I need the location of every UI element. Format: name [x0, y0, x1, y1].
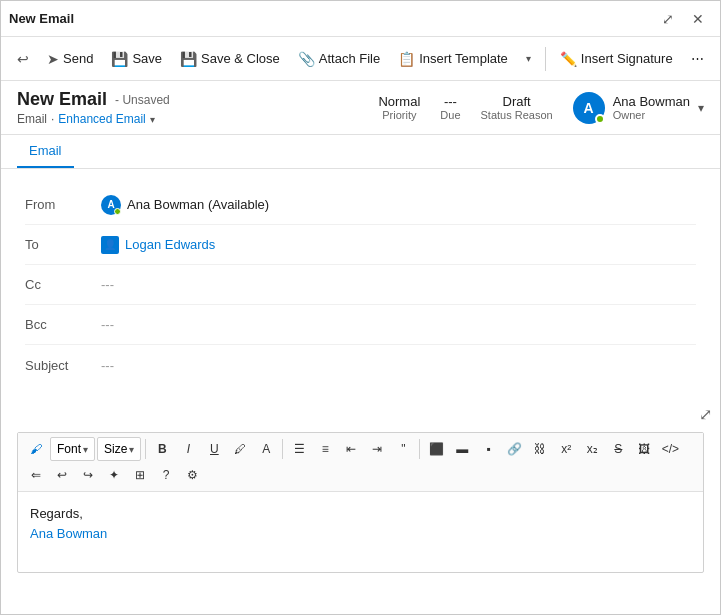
- due-value: ---: [444, 94, 457, 109]
- save-button[interactable]: 💾 Save: [103, 47, 170, 71]
- format-painter-button[interactable]: 🖌: [24, 437, 48, 461]
- send-button[interactable]: ➤ Send: [39, 47, 101, 71]
- size-label: Size: [104, 442, 127, 456]
- bullet-list-button[interactable]: ☰: [287, 437, 311, 461]
- indent-button[interactable]: ⇥: [365, 437, 389, 461]
- outdent-button[interactable]: ⇤: [339, 437, 363, 461]
- rte-content[interactable]: Regards, Ana Bowman: [18, 492, 703, 572]
- save-icon: 💾: [111, 51, 128, 67]
- email-header: New Email - Unsaved Email · Enhanced Ema…: [1, 81, 720, 135]
- table-button[interactable]: ⊞: [128, 463, 152, 487]
- align-left-button[interactable]: ⬛: [424, 437, 448, 461]
- quote-button[interactable]: ": [391, 437, 415, 461]
- more-icon: ⋯: [691, 51, 704, 66]
- breadcrumb-chevron-icon[interactable]: ▾: [150, 114, 155, 125]
- title-bar: New Email ⤢ ✕: [1, 1, 720, 37]
- insert-template-button[interactable]: 📋 Insert Template: [390, 47, 516, 71]
- close-button[interactable]: ✕: [684, 5, 712, 33]
- toolbar: ↩ ➤ Send 💾 Save 💾 Save & Close 📎 Attach …: [1, 37, 720, 81]
- align-right-button[interactable]: ▪: [476, 437, 500, 461]
- due-meta: --- Due: [440, 94, 460, 121]
- redo-button[interactable]: ↪: [76, 463, 100, 487]
- template-dropdown-button[interactable]: ▾: [518, 49, 539, 68]
- clear-format-button[interactable]: ✦: [102, 463, 126, 487]
- italic-button[interactable]: I: [176, 437, 200, 461]
- email-title: New Email: [17, 89, 107, 110]
- settings-button[interactable]: ⚙: [180, 463, 204, 487]
- email-body: From A Ana Bowman (Available) To 👤 Log: [1, 169, 720, 614]
- from-avatar-wrap: A: [101, 195, 121, 215]
- cc-value[interactable]: ---: [101, 277, 696, 292]
- to-label: To: [25, 237, 85, 252]
- more-button[interactable]: ⋯: [683, 47, 712, 70]
- bold-button[interactable]: B: [150, 437, 174, 461]
- subject-value[interactable]: ---: [101, 358, 696, 373]
- subscript-button[interactable]: x₂: [580, 437, 604, 461]
- title-bar-left: New Email: [9, 11, 74, 26]
- font-selector[interactable]: Font ▾: [50, 437, 95, 461]
- from-row: From A Ana Bowman (Available): [25, 185, 696, 225]
- owner-role: Owner: [613, 109, 690, 121]
- underline-button[interactable]: U: [202, 437, 226, 461]
- font-label: Font: [57, 442, 81, 456]
- insert-template-icon: 📋: [398, 51, 415, 67]
- contact-icon: 👤: [101, 236, 119, 254]
- email-meta: Normal Priority --- Due Draft Status Rea…: [378, 92, 704, 124]
- priority-label: Priority: [382, 109, 416, 121]
- attach-icon: 📎: [298, 51, 315, 67]
- status-meta: Draft Status Reason: [481, 94, 553, 121]
- email-title-area: New Email - Unsaved Email · Enhanced Ema…: [17, 89, 170, 126]
- content-line-1: Regards,: [30, 504, 691, 524]
- strikethrough-button[interactable]: S: [606, 437, 630, 461]
- attach-button[interactable]: 📎 Attach File: [290, 47, 388, 71]
- size-selector[interactable]: Size ▾: [97, 437, 141, 461]
- to-row: To 👤 Logan Edwards: [25, 225, 696, 265]
- unlink-button[interactable]: ⛓: [528, 437, 552, 461]
- bcc-label: Bcc: [25, 317, 85, 332]
- from-label: From: [25, 197, 85, 212]
- rich-text-editor: 🖌 Font ▾ Size ▾ B I U 🖊: [17, 432, 704, 573]
- font-chevron-icon: ▾: [83, 444, 88, 455]
- link-button[interactable]: 🔗: [502, 437, 526, 461]
- email-subtitle: Email · Enhanced Email ▾: [17, 112, 170, 126]
- image-button[interactable]: 🖼: [632, 437, 656, 461]
- forward-button[interactable]: ↩: [9, 47, 37, 71]
- help-button[interactable]: ?: [154, 463, 178, 487]
- from-value: A Ana Bowman (Available): [101, 195, 696, 215]
- due-label: Due: [440, 109, 460, 121]
- breadcrumb-enhanced[interactable]: Enhanced Email: [58, 112, 145, 126]
- superscript-button[interactable]: x²: [554, 437, 578, 461]
- tab-email[interactable]: Email: [17, 135, 74, 168]
- share-button[interactable]: ⤢: [654, 5, 682, 33]
- rte-divider-3: [419, 439, 420, 459]
- email-title-row: New Email - Unsaved: [17, 89, 170, 110]
- insert-signature-button[interactable]: ✏️ Insert Signature: [552, 47, 681, 71]
- avatar: A: [573, 92, 605, 124]
- expand-button[interactable]: ⤢: [699, 405, 712, 424]
- rte-toolbar: 🖌 Font ▾ Size ▾ B I U 🖊: [18, 433, 703, 492]
- rtl-button[interactable]: ⇐: [24, 463, 48, 487]
- code-button[interactable]: </>: [658, 437, 682, 461]
- tab-bar: Email: [1, 135, 720, 169]
- bcc-value[interactable]: ---: [101, 317, 696, 332]
- highlight-button[interactable]: 🖊: [228, 437, 252, 461]
- forward-icon: ↩: [17, 51, 29, 67]
- email-window: New Email ⤢ ✕ ↩ ➤ Send 💾 Save 💾 Save & C…: [0, 0, 721, 615]
- send-icon: ➤: [47, 51, 59, 67]
- expand-area: ⤢: [1, 401, 720, 428]
- content-line-2: Ana Bowman: [30, 524, 691, 544]
- undo-button[interactable]: ↩: [50, 463, 74, 487]
- numbered-list-button[interactable]: ≡: [313, 437, 337, 461]
- align-center-button[interactable]: ▬: [450, 437, 474, 461]
- font-color-button[interactable]: A: [254, 437, 278, 461]
- cc-label: Cc: [25, 277, 85, 292]
- toolbar-divider: [545, 47, 546, 71]
- owner-dropdown-button[interactable]: ▾: [698, 101, 704, 115]
- window-title: New Email: [9, 11, 74, 26]
- owner-info: Ana Bowman Owner: [613, 94, 690, 121]
- online-status-dot: [595, 114, 605, 124]
- to-value[interactable]: 👤 Logan Edwards: [101, 236, 696, 254]
- save-close-button[interactable]: 💾 Save & Close: [172, 47, 288, 71]
- bcc-row: Bcc ---: [25, 305, 696, 345]
- to-text: Logan Edwards: [125, 237, 215, 252]
